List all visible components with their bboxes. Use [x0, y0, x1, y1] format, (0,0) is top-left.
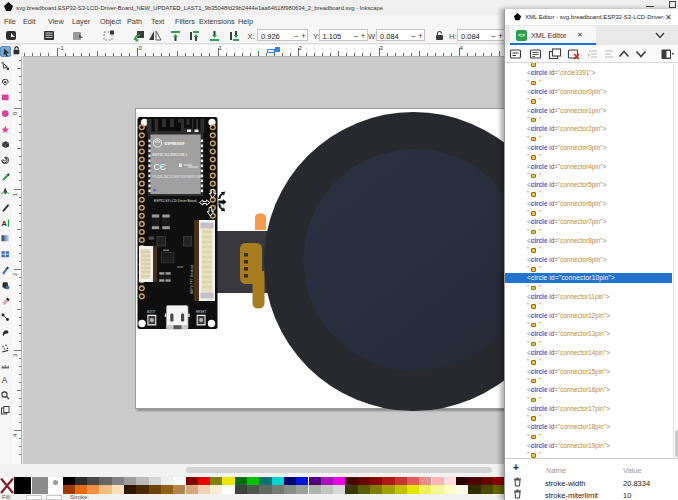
svg-text:40-Pin TFT Breakout: 40-Pin TFT Breakout — [190, 264, 194, 294]
svg-text:ESP32-S3-WROOM-1: ESP32-S3-WROOM-1 — [153, 153, 188, 157]
svg-text:A: A — [2, 219, 8, 228]
svg-text:ESPRESSIF: ESPRESSIF — [165, 142, 186, 146]
svg-text:A: A — [2, 376, 8, 385]
svg-text:CЄ: CЄ — [154, 162, 166, 172]
svg-text:BOOT: BOOT — [147, 310, 156, 314]
svg-text:RESET: RESET — [196, 310, 206, 314]
svg-text:PCCM-2AC7Z-ESP32S3WROOM1: PCCM-2AC7Z-ESP32S3WROOM1 — [153, 175, 203, 179]
svg-text:ESP32-S3 LCD Driver Board: ESP32-S3 LCD Driver Board — [154, 199, 196, 203]
